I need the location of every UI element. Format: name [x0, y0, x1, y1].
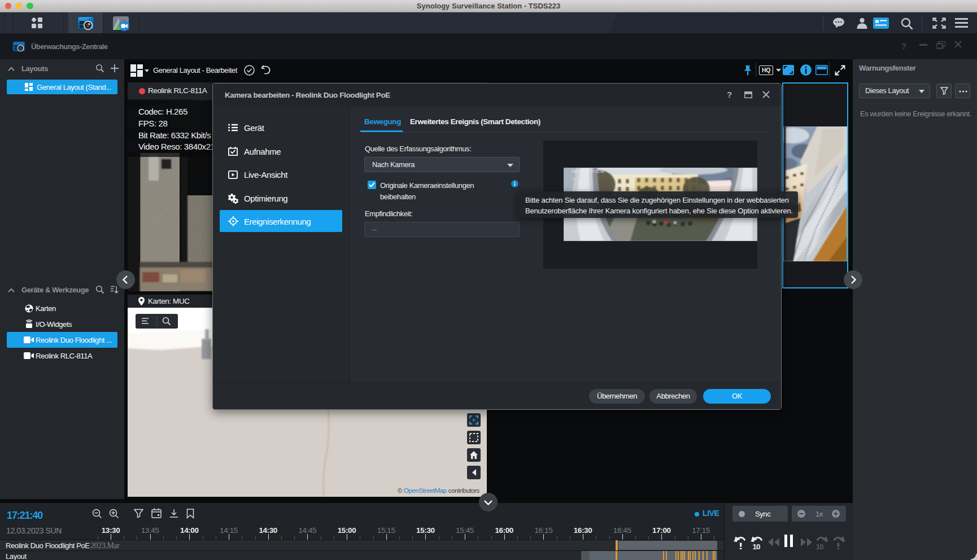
- svg-text:10: 10: [816, 542, 824, 549]
- svg-text:reolink: reolink: [572, 176, 586, 181]
- svg-text:2023-03-12 17:21:08: 2023-03-12 17:21:08: [572, 169, 604, 173]
- svg-text:10: 10: [753, 542, 761, 549]
